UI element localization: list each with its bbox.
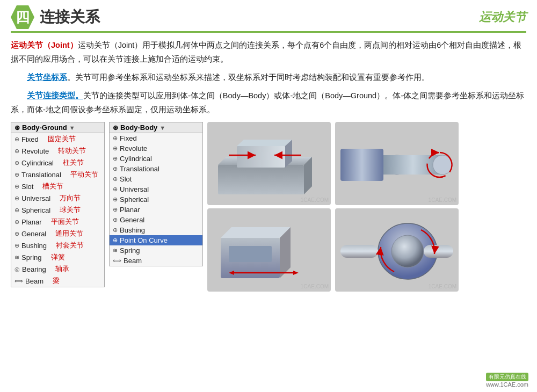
keyword-coord: 关节坐标系 (27, 73, 67, 82)
images-row-top: 1CAE.COM (207, 122, 526, 205)
bg-bearing-label-cn: 轴承 (48, 264, 69, 274)
bb-beam-label: Beam (124, 257, 142, 265)
bg-beam[interactable]: ⟺ Beam 梁 (11, 275, 104, 287)
bg-slot-label-cn: 槽关节 (35, 182, 63, 191)
bb-planar[interactable]: ⊕ Planar (110, 205, 202, 215)
joint-icon: ⊕ (113, 196, 118, 203)
bb-universal[interactable]: ⊕ Universal (110, 184, 202, 194)
joint-icon: ⊕ (113, 206, 118, 213)
bg-planar-label: Planar (21, 218, 42, 226)
bg-bearing-label: Bearing (22, 265, 46, 273)
joint-svg-4 (335, 208, 459, 292)
watermark-3: 1CAE.COM (301, 284, 329, 289)
section-subtitle: 运动关节 (479, 9, 526, 25)
joint-icon: ⊕ (14, 148, 19, 155)
bg-general[interactable]: ⊕ General 通用关节 (11, 228, 104, 239)
section-title: 连接关系 (40, 7, 479, 27)
joint-icon: ⊕ (14, 183, 19, 190)
bb-bushing[interactable]: ⊕ Bushing (110, 225, 202, 235)
bb-revolute-label: Revolute (120, 144, 147, 153)
joint-icon: ⊕ (14, 207, 19, 214)
bb-cylindrical-label: Cylindrical (120, 155, 152, 163)
paragraph-2: 关节坐标系。关节可用参考坐标系和运动坐标系来描述，双坐标系对于同时考虑结构装配和… (11, 70, 526, 84)
spring-icon: ≋ (14, 254, 19, 261)
bb-spherical[interactable]: ⊕ Spherical (110, 194, 202, 205)
bg-universal[interactable]: ⊕ Universal 万向节 (11, 192, 104, 204)
bg-revolute-label-cn: 转动关节 (51, 146, 86, 156)
bg-bushing-label: Bushing (21, 242, 47, 250)
bb-slot[interactable]: ⊕ Slot (110, 174, 202, 184)
spring-icon: ≋ (113, 247, 118, 254)
bearing-icon: ◎ (14, 266, 20, 273)
menu-icon: ⊛ (14, 124, 20, 132)
bg-bushing-label-cn: 衬套关节 (49, 241, 84, 250)
dropdown-arrow[interactable]: ▼ (159, 125, 165, 131)
svg-marker-16 (221, 227, 291, 238)
menu-body-ground-header: ⊛ Body-Ground ▼ (11, 122, 104, 133)
watermark-4: 1CAE.COM (429, 284, 456, 289)
bb-spring[interactable]: ≋ Spring (110, 245, 202, 256)
bb-general[interactable]: ⊕ General (110, 215, 202, 225)
joint-icon: ⊕ (14, 171, 19, 178)
joint-image-2: 1CAE.COM (335, 122, 459, 205)
svg-rect-24 (340, 245, 378, 258)
bg-slot-label: Slot (21, 183, 33, 191)
bg-fixed[interactable]: ⊕ Fixed 固定关节 (11, 133, 104, 145)
bb-fixed-label: Fixed (120, 134, 137, 142)
para1-text: 运动关节（Joint）用于模拟几何体中两点之间的连接关系，每个点有6个自由度，两… (11, 41, 521, 63)
bb-spherical-label: Spherical (120, 195, 149, 204)
bg-translational[interactable]: ⊕ Translational 平动关节 (11, 169, 104, 180)
menu-body-body: ⊛ Body-Body ▼ ⊕ Fixed ⊕ Revolute ⊕ Cylin… (109, 122, 203, 266)
svg-marker-20 (293, 271, 299, 275)
bb-point-on-curve[interactable]: ⊕ Point On Curve (110, 235, 202, 245)
bg-slot[interactable]: ⊕ Slot 槽关节 (11, 180, 104, 192)
bb-general-label: General (120, 216, 144, 224)
bb-bushing-label: Bushing (120, 226, 145, 234)
images-section: 1CAE.COM (207, 122, 526, 292)
svg-rect-0 (218, 165, 304, 194)
bg-spring[interactable]: ≋ Spring 弹簧 (11, 251, 104, 263)
bb-poc-label: Point On Curve (120, 236, 168, 244)
joint-image-1: 1CAE.COM (207, 122, 331, 205)
joint-icon: ⊕ (113, 237, 118, 244)
menu-body-ground: ⊛ Body-Ground ▼ ⊕ Fixed 固定关节 ⊕ Revolute … (11, 122, 105, 287)
svg-marker-4 (237, 140, 292, 146)
bb-beam[interactable]: ⟺ Beam (110, 256, 202, 266)
joint-icon: ⊕ (113, 227, 118, 234)
paragraph-1: 运动关节（Joint）运动关节（Joint）用于模拟几何体中两点之间的连接关系，… (11, 38, 526, 66)
joint-icon: ⊕ (113, 155, 118, 162)
footer-url: www.1CAE.com (486, 381, 528, 388)
bg-planar[interactable]: ⊕ Planar 平面关节 (11, 216, 104, 228)
joint-icon: ⊕ (14, 195, 19, 202)
bb-translational[interactable]: ⊕ Translational (110, 164, 202, 174)
bg-planar-label-cn: 平面关节 (44, 217, 79, 227)
joint-icon: ⊕ (113, 165, 118, 172)
menu-body-body-header: ⊛ Body-Body ▼ (110, 122, 202, 133)
bg-universal-label-cn: 万向节 (53, 193, 81, 203)
bb-revolute[interactable]: ⊕ Revolute (110, 143, 202, 154)
bg-revolute[interactable]: ⊕ Revolute 转动关节 (11, 145, 104, 157)
menu-body-ground-title: Body-Ground (22, 124, 67, 132)
bg-beam-label: Beam (25, 277, 43, 285)
section-header: 四 连接关系 运动关节 (11, 5, 526, 33)
bb-fixed[interactable]: ⊕ Fixed (110, 133, 202, 143)
joint-image-3: 1CAE.COM (207, 208, 331, 292)
dropdown-arrow[interactable]: ▼ (69, 125, 75, 131)
bb-spring-label: Spring (120, 246, 140, 255)
menu-body-body-title: Body-Body (120, 124, 157, 132)
keyword-joint: 运动关节（Joint） (11, 41, 78, 49)
svg-rect-18 (229, 246, 272, 262)
joint-icon: ⊕ (14, 159, 19, 166)
paragraph-3: 关节连接类型。关节的连接类型可以应用到体-体之间（Body—Body）或体-地之… (11, 89, 526, 117)
bg-spring-label-cn: 弹簧 (44, 252, 65, 262)
bb-slot-label: Slot (120, 175, 132, 183)
joint-icon: ⊕ (113, 186, 118, 193)
watermark-1: 1CAE.COM (301, 197, 329, 203)
bg-bearing[interactable]: ◎ Bearing 轴承 (11, 263, 104, 275)
bg-bushing[interactable]: ⊕ Bushing 衬套关节 (11, 239, 104, 251)
bb-cylindrical[interactable]: ⊕ Cylindrical (110, 154, 202, 164)
bg-spherical[interactable]: ⊕ Spherical 球关节 (11, 204, 104, 216)
bg-cylindrical[interactable]: ⊕ Cylindrical 柱关节 (11, 157, 104, 169)
bg-spherical-label: Spherical (21, 206, 50, 214)
images-row-bottom: 1CAE.COM (207, 208, 526, 292)
